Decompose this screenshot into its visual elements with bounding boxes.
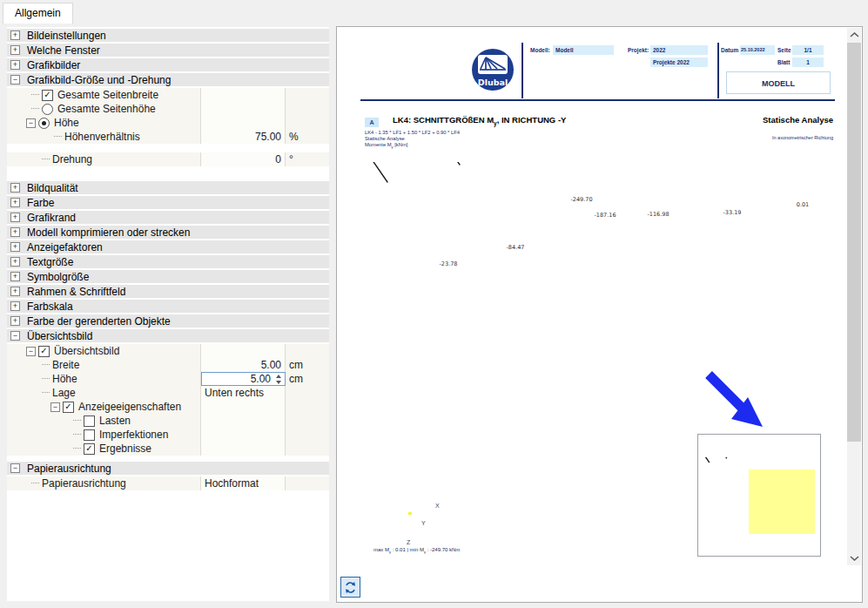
expand-icon[interactable]: + — [10, 316, 20, 326]
tree-row-hoehe[interactable]: Höhe 5.00 cm — [7, 372, 329, 386]
tree-row-papierausrichtung[interactable]: Papierausrichtung Hochformat — [7, 476, 329, 490]
scroll-down-button[interactable] — [847, 551, 861, 565]
tree-item-label: Anzeigeeigenschaften — [78, 401, 181, 413]
radio-checked[interactable] — [38, 118, 50, 129]
page-label: Seite — [777, 45, 791, 55]
tree-group-modell-komprimieren[interactable]: + Modell komprimieren oder strecken — [7, 226, 329, 239]
hoehe-value[interactable]: 5.00 — [202, 372, 273, 386]
tree-group-label: Grafikbilder — [27, 59, 80, 71]
value-cell — [201, 102, 286, 116]
hoehenverhaeltnis-value[interactable]: 75.00 — [201, 130, 286, 144]
expand-icon[interactable]: + — [10, 45, 20, 55]
scrollbar-thumb[interactable] — [847, 43, 861, 442]
unit-cell — [286, 344, 329, 358]
doc-title-box: MODELL — [726, 71, 831, 94]
tree-group-farbe[interactable]: + Farbe — [7, 196, 329, 209]
value-cell — [201, 116, 286, 130]
spinner-arrows-icon[interactable] — [273, 375, 283, 384]
tree-group-grafikbilder[interactable]: + Grafikbilder — [7, 58, 329, 71]
logo-text: Dlubal — [478, 78, 508, 87]
checkbox-unchecked[interactable] — [84, 415, 95, 427]
tree-group-uebersichtsbild[interactable]: − Übersichtsbild — [7, 329, 329, 342]
combo-line: LK4 - 1.35 * LF1 + 1.50 * LF2 + 0.90 * L… — [365, 130, 460, 136]
checkbox-checked[interactable]: ✓ — [38, 346, 50, 357]
expand-icon[interactable]: + — [10, 287, 20, 296]
tree-group-grafikrand[interactable]: + Grafikrand — [7, 211, 329, 224]
checkbox-unchecked[interactable] — [84, 429, 95, 441]
tree-row-uebersichtsbild-check[interactable]: − ✓ Übersichtsbild — [7, 344, 329, 358]
moment-value-label: -23.78 — [440, 260, 458, 267]
tree-row-lage[interactable]: Lage Unten rechts — [7, 386, 329, 400]
expand-icon[interactable]: + — [10, 272, 20, 281]
scroll-up-button[interactable] — [847, 28, 861, 42]
tree-group-anzeigefaktoren[interactable]: + Anzeigefaktoren — [7, 240, 329, 253]
tree-connector — [42, 364, 50, 366]
tree-group-label: Bildeinstellungen — [27, 30, 106, 42]
tree-group-bildqualitaet[interactable]: + Bildqualität — [7, 181, 329, 194]
checkbox-checked[interactable]: ✓ — [42, 90, 53, 101]
tree-row-breite[interactable]: Breite 5.00 cm — [7, 358, 329, 372]
unit-cell — [286, 476, 329, 490]
hoehe-spinner-field[interactable]: 5.00 — [201, 372, 286, 386]
papierausrichtung-value[interactable]: Hochformat — [201, 476, 286, 490]
tree-row-drehung[interactable]: Drehung 0 ° — [7, 152, 329, 166]
tree-row-hoehenverhaeltnis[interactable]: Höhenverhältnis 75.00 % — [7, 130, 329, 144]
collapse-icon[interactable]: − — [10, 75, 20, 84]
refresh-preview-button[interactable] — [340, 577, 360, 598]
expand-icon[interactable]: + — [10, 30, 20, 40]
tree-group-welche-fenster[interactable]: + Welche Fenster — [7, 44, 329, 57]
checkbox-checked[interactable]: ✓ — [84, 443, 95, 455]
print-preview-panel: Dlubal Modell: Modell Projekt: 2022 Proj… — [336, 26, 863, 603]
tree-group-bildeinstellungen[interactable]: + Bildeinstellungen — [7, 29, 329, 42]
tree-group-symbolgroesse[interactable]: + Symbolgröße — [7, 270, 329, 283]
expand-icon[interactable]: + — [10, 257, 20, 267]
breite-value[interactable]: 5.00 — [201, 358, 286, 372]
tree-group-grafikbild-groesse[interactable]: − Grafikbild-Größe und -Drehung — [7, 73, 329, 86]
tree-group-farbskala[interactable]: + Farbskala — [7, 300, 329, 313]
tree-row-lasten[interactable]: Lasten — [7, 414, 329, 428]
tree-item-label: Gesamte Seitenhöhe — [57, 103, 156, 115]
tree-group-textgroesse[interactable]: + Textgröße — [7, 255, 329, 268]
expand-icon[interactable]: + — [10, 227, 20, 237]
tab-allgemein[interactable]: Allgemein — [3, 3, 73, 24]
tree-group-label: Welche Fenster — [27, 44, 100, 57]
expand-icon[interactable]: + — [10, 60, 20, 70]
tree-row-gesamte-seitenbreite[interactable]: ✓ Gesamte Seitenbreite — [7, 88, 329, 102]
collapse-icon[interactable]: − — [26, 347, 36, 356]
project-folder-field: Projekte 2022 — [650, 57, 708, 67]
expand-icon[interactable]: + — [10, 213, 20, 222]
collapse-icon[interactable]: − — [10, 463, 20, 473]
analysis-line: Statische Analyse — [365, 136, 460, 142]
unit-cell — [286, 400, 329, 414]
tree-group-label: Bildqualität — [27, 182, 78, 194]
tree-group-farbe-gerenderte-objekte[interactable]: + Farbe der gerenderten Objekte — [7, 314, 329, 328]
lage-value[interactable]: Unten rechts — [201, 386, 286, 400]
settings-tree: + Bildeinstellungen + Welche Fenster + G… — [7, 27, 329, 601]
tree-row-hoehe-option[interactable]: − Höhe — [7, 116, 329, 130]
tree-row-imperfektionen[interactable]: Imperfektionen — [7, 428, 329, 442]
expand-icon[interactable]: + — [10, 242, 20, 252]
radio-unchecked[interactable] — [42, 104, 53, 115]
chevron-up-icon — [850, 32, 859, 37]
expand-icon[interactable]: + — [10, 301, 20, 311]
tree-row-ergebnisse[interactable]: ✓ Ergebnisse — [7, 442, 329, 456]
drehung-value[interactable]: 0 — [201, 152, 286, 166]
checkbox-checked[interactable]: ✓ — [63, 402, 74, 413]
preview-scrollbar[interactable] — [847, 28, 861, 565]
tree-row-anzeigeeigenschaften[interactable]: − ✓ Anzeigeeigenschaften — [7, 400, 329, 414]
unit-cell — [286, 102, 329, 116]
tree-connector — [73, 448, 81, 449]
value-cell — [201, 428, 286, 442]
collapse-icon[interactable]: − — [50, 402, 60, 412]
collapse-icon[interactable]: − — [10, 331, 20, 341]
tree-group-papierausrichtung[interactable]: − Papierausrichtung — [7, 462, 329, 475]
result-summary: max My : 0.01 | min My : -249.70 kNm — [373, 547, 460, 554]
collapse-icon[interactable]: − — [26, 118, 36, 128]
tree-item-label: Papierausrichtung — [42, 477, 126, 490]
result-line: Momente My [kNm] — [365, 142, 460, 151]
expand-icon[interactable]: + — [10, 198, 20, 207]
tree-group-rahmen-schriftfeld[interactable]: + Rahmen & Schriftfeld — [7, 285, 329, 298]
tree-row-gesamte-seitenhoehe[interactable]: Gesamte Seitenhöhe — [7, 102, 329, 116]
expand-icon[interactable]: + — [10, 183, 20, 193]
tree-group-label: Symbolgröße — [27, 271, 89, 283]
